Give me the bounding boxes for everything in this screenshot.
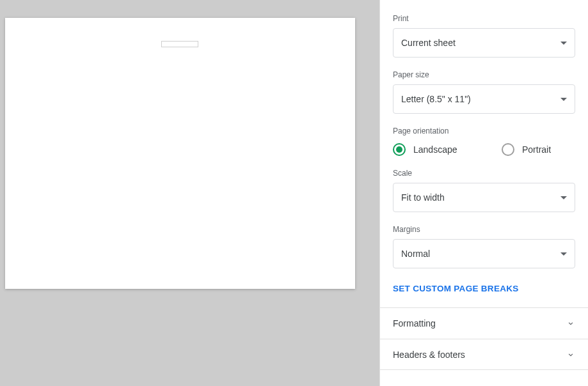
dropdown-arrow-icon [560, 42, 567, 45]
print-dropdown-value: Current sheet [401, 38, 456, 48]
orientation-portrait-label: Portrait [522, 144, 551, 155]
print-label: Print [393, 14, 575, 23]
dropdown-arrow-icon [560, 252, 567, 256]
headers-footers-section[interactable]: Headers & footers [380, 339, 588, 370]
margins-dropdown[interactable]: Normal [393, 239, 575, 268]
headers-footers-label: Headers & footers [393, 350, 465, 360]
scale-label: Scale [393, 169, 575, 178]
page-preview [5, 18, 355, 289]
dropdown-arrow-icon [560, 196, 567, 199]
margins-label: Margins [393, 225, 575, 234]
chevron-down-icon [566, 350, 575, 359]
orientation-radio-group: Landscape Portrait [393, 143, 575, 156]
margins-value: Normal [401, 249, 430, 259]
paper-size-value: Letter (8.5" x 11") [401, 94, 471, 104]
scale-dropdown[interactable]: Fit to width [393, 183, 575, 212]
radio-selected-icon [393, 143, 406, 156]
preview-pane [0, 0, 379, 386]
orientation-landscape-radio[interactable]: Landscape [393, 143, 476, 156]
set-custom-page-breaks-button[interactable]: SET CUSTOM PAGE BREAKS [393, 284, 519, 293]
formatting-section[interactable]: Formatting [380, 307, 588, 339]
print-dropdown[interactable]: Current sheet [393, 28, 575, 58]
scale-value: Fit to width [401, 192, 445, 203]
paper-size-label: Paper size [393, 70, 575, 79]
orientation-portrait-radio[interactable]: Portrait [502, 143, 585, 156]
orientation-label: Page orientation [393, 127, 575, 135]
radio-unselected-icon [502, 143, 514, 156]
chevron-down-icon [566, 319, 575, 328]
dropdown-arrow-icon [560, 98, 567, 101]
page-content-placeholder [161, 41, 198, 47]
formatting-label: Formatting [393, 318, 436, 328]
orientation-landscape-label: Landscape [413, 144, 457, 155]
paper-size-dropdown[interactable]: Letter (8.5" x 11") [393, 84, 575, 114]
print-settings-pane: Print Current sheet Paper size Letter (8… [379, 0, 588, 386]
